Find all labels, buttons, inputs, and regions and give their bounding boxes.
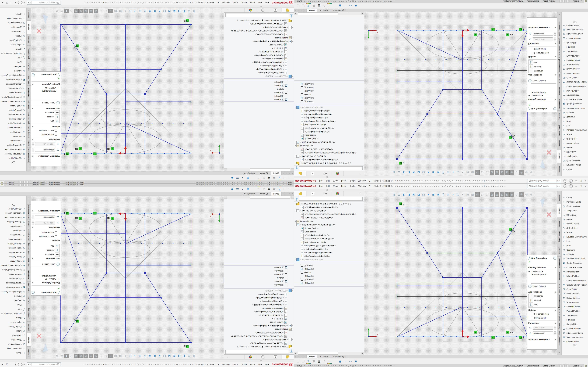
panel-splitter-handle[interactable] [223, 83, 224, 90]
tree-row[interactable]: ▸ ○✚И◎✱+○⊞◉[○◦○]◉⊞○+✱◎И✚○ [224, 60, 294, 64]
tree-row[interactable]: ▸ ○ƧИ◎◦✚Aʊ¤Ǝ○◦○Ǝ¤ʊA✚◦◎ИƧ○ [224, 53, 294, 57]
ink-dot-grid-button[interactable]: ▦ [317, 3, 321, 8]
tree-row[interactable]: ▸ ○Ƨ·ʊ⊞✱AШ○◦○ШA✱⊞ʊ·Ƨ○ [294, 234, 364, 237]
commandmanager-tab[interactable]: Sketch [27, 333, 31, 346]
commandmanager-tab[interactable]: Data Migration [27, 125, 31, 138]
view-cube-shaded-edges[interactable]: ◻ [397, 170, 401, 175]
tree-row[interactable]: ▸ [294, 80, 364, 82]
offset-entities-tool[interactable]: ⌐ Offset Entities [0, 207, 26, 211]
dock-handle[interactable] [326, 189, 328, 191]
expand-arrow-icon[interactable]: ▸ [292, 37, 294, 39]
commandmanager-tab[interactable]: Evaluate [27, 61, 31, 73]
view-cube-5[interactable]: ◪ [167, 354, 172, 358]
hide-show-1[interactable]: ◎ [490, 170, 494, 175]
ellipse-tool[interactable]: ⊙ Ellipse [0, 329, 26, 334]
history-button[interactable]: ◔ [343, 359, 347, 364]
view-cube-8[interactable]: ◼ [431, 170, 436, 175]
tree-row[interactable]: ▸ ○Ƨ✱◎ƧИƎƧƧ○◦○ƧƧƎИƧ◎✱Ƨ○ [294, 216, 364, 219]
appearance-sphere[interactable]: ❖ [519, 170, 524, 175]
units-dropdown[interactable]: Custom▴ [571, 0, 584, 2]
graphics-area[interactable]: ▯◻◧◨◩◪▢■◼▣↧⊡◑▢▾▤▨↶▢▢◎◎◎◎◎▽❖◎◎ ❐▭─❐✕ [364, 189, 557, 355]
tab-nav-button[interactable]: » [281, 171, 285, 175]
commandmanager-tab[interactable]: Sketch [557, 150, 561, 163]
tree-row[interactable]: ▸ [224, 264, 294, 266]
tree-row[interactable]: ▸ ○∧✱◎✚Ƨ◦Ɔ○◦○Ɔ◦Ƨ✚◎✱∧○ [224, 25, 294, 29]
tree-row[interactable]: ▸ ○Ƨ·ʊ⊞✱AШ○◦○ШA✱⊞ʊ·Ƨ○ [224, 50, 294, 53]
silhouette-entities-tool[interactable]: ▧ Silhouette Entities [562, 335, 588, 339]
relation-entry[interactable]: Equal length109 [33, 90, 56, 92]
view-cube-shaded-edges[interactable]: ◻ [187, 9, 191, 13]
sketch-fillet-tool[interactable]: ◞ Sketch Fillet [0, 138, 26, 143]
globe-icon[interactable]: ◍ [0, 181, 4, 184]
centerpoint-arc-tool[interactable]: ◷ Centerpoint Arc [562, 159, 588, 163]
tree-row[interactable]: ▸ [224, 287, 294, 289]
commandmanager-tab[interactable]: Mold Tools [557, 73, 561, 84]
pin-icon[interactable]: ⚑ [369, 185, 371, 187]
intersection-curve-tool[interactable]: ⊛ Intersection Curve [0, 216, 26, 220]
commandmanager-tab[interactable]: Surfaces [27, 34, 31, 46]
hide-show-2[interactable]: ◎ [495, 192, 499, 197]
save-view[interactable]: ▤ [465, 192, 470, 197]
reverse-section[interactable]: ↶ [475, 192, 480, 197]
scale-entities-tool[interactable]: ◹ Scale Entities [562, 300, 588, 304]
featuremanager-tree-tab[interactable] [294, 191, 306, 196]
tree-row[interactable]: ▸ TЯPDL2. ⊙ Ǝ ⊙ Ш ⊙ ⊙ ⊙ ✚ ⊙ Ɔ ⊙ Ǝ ⊙ · ⊙ … [294, 161, 364, 165]
polygon-tool[interactable]: ⊚ Polygon [562, 111, 588, 115]
ink-replay-icon[interactable]: ⇵ [322, 3, 327, 8]
tree-row[interactable]: ▸ ○✚ƆƧ✱○⊞◉[○◦○]◉⊞○✱ƧƆ✚○ [224, 67, 294, 71]
relations-listbox[interactable]: Collinear108Equal length109 [32, 86, 57, 100]
tree-row[interactable]: ▸ ○ƧƧƎИAʊ·○◦○·ʊAИƎƧƧ○ [294, 258, 364, 261]
tree-row[interactable]: ▸ (-) Sketch5 [294, 274, 364, 278]
view-cube-7[interactable]: ■ [426, 170, 431, 175]
hide-show-5[interactable]: ◎ [74, 9, 78, 13]
tangent-arc-tool[interactable]: ◠ Tangent Arc [562, 154, 588, 159]
expand-arrow-icon[interactable]: ▸ [292, 339, 294, 341]
mirror-entities-tool[interactable]: ∥ Mirror Entities [562, 89, 588, 93]
corner-rectangle-tool[interactable]: ▭ Corner Rectangle [0, 82, 26, 86]
circle-tool[interactable]: ○ Circle [0, 12, 26, 16]
existing-relations-header[interactable]: Existing Relations∧ [528, 98, 556, 101]
tree-row[interactable]: ▸ ○ƧƧƎ✚◦✱◎ΛAΦ○◦○ΦAΛ◎✱◦✚ƎƧƧ○ [294, 206, 364, 209]
commandmanager-tab[interactable]: Features [557, 191, 561, 204]
tree-row[interactable]: ▸ (-) Sketch4 [224, 94, 294, 98]
view-setting-2[interactable]: ◎ [54, 9, 59, 13]
relation-button[interactable]: — [528, 69, 533, 73]
view-cube-5[interactable]: ◪ [167, 9, 172, 13]
commandmanager-tab[interactable]: : [27, 196, 31, 200]
polygon-tool[interactable]: ⊚ Polygon [562, 252, 588, 256]
menu-item[interactable]: Edit [257, 1, 263, 4]
tree-row[interactable]: ▸ ○ƧИ◎◦✚A✚◎ИA○◦○AИ◎✚A✚◦◎ИƧ○ [224, 324, 294, 327]
relation-button[interactable]: ⚓ [55, 244, 60, 248]
relation-entry[interactable]: Collinear108 [532, 270, 555, 273]
view-setting-1[interactable]: ◎ [524, 192, 529, 197]
silhouette-entities-tool[interactable]: ▧ Silhouette Entities [0, 211, 26, 216]
zebra-stripes[interactable]: ▨ [470, 170, 475, 175]
tree-row[interactable]: ▸ Material <not specified> [224, 307, 294, 310]
tab-nav-button[interactable]: ‹ [288, 192, 291, 196]
length-field[interactable]: 10.88152731 [533, 326, 553, 330]
update-screen[interactable]: ⊡ [446, 170, 450, 175]
tree-row[interactable]: ▸ TЯPDL2. ⊙ Ǝ ⊙ Ш ⊙ ⊙ ⊙ ✚ ⊙ Ɔ ⊙ Ǝ ⊙ · ⊙ … [294, 202, 364, 206]
intersection-curve-tool[interactable]: ⊛ Intersection Curve [562, 331, 588, 335]
trim-entities-tool[interactable]: ✂ Trim Entities [0, 233, 26, 237]
parallelogram-tool[interactable]: ▱ Parallelogram [562, 93, 588, 98]
commandmanager-tab[interactable]: Features [27, 346, 31, 359]
length-field[interactable]: 10.88152731 [533, 37, 553, 41]
history-button[interactable]: ◔ [343, 3, 347, 8]
view-cube-6[interactable]: ▢ [162, 9, 167, 13]
view-setting-2[interactable]: ◎ [54, 354, 59, 358]
tree-row[interactable]: ▸ Solid Bodies [294, 133, 364, 137]
propertymanager-tab[interactable]: ⊟ [269, 8, 282, 12]
tree-row[interactable]: ▸ Solid Bodies [224, 317, 294, 320]
restore-button[interactable]: ❐ [580, 180, 582, 182]
relation-button[interactable]: ⚓ [55, 119, 60, 123]
view-cube-6[interactable]: ▢ [421, 192, 426, 197]
parallelogram-tool[interactable]: ▱ Parallelogram [0, 86, 26, 90]
ink-pages-icon[interactable]: ❏ [288, 175, 292, 180]
view-cube-8[interactable]: ◼ [152, 9, 157, 13]
panel-splitter-handle[interactable] [364, 94, 365, 100]
convert-entities-tool[interactable]: ◫ Convert Entities [562, 36, 588, 41]
expand-arrow-icon[interactable]: ▸ [294, 141, 296, 143]
linear-sketch-pattern-tool[interactable]: ∷ Linear Sketch Pattern [0, 95, 26, 99]
view-cube-2[interactable]: ◧ [402, 192, 406, 197]
